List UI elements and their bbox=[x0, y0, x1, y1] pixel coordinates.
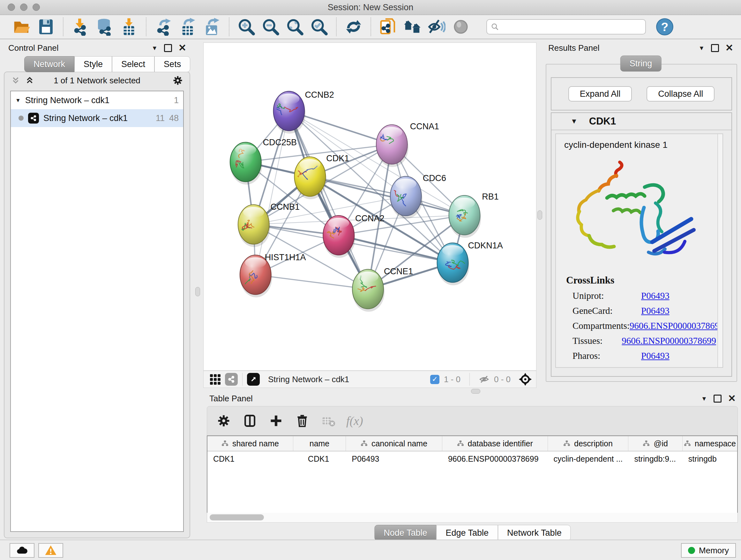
grid-view-icon[interactable] bbox=[210, 374, 220, 385]
cloud-icon[interactable] bbox=[10, 543, 35, 558]
column-header[interactable]: @id bbox=[628, 436, 682, 451]
tab-sets[interactable]: Sets bbox=[154, 56, 190, 72]
zoom-fit-icon[interactable] bbox=[284, 16, 306, 37]
toolbar-separator bbox=[336, 17, 337, 36]
import-network-database-icon[interactable] bbox=[94, 16, 115, 37]
collapse-gene-icon[interactable]: ▼ bbox=[570, 118, 578, 125]
show-columns-icon[interactable] bbox=[242, 413, 258, 429]
export-table-icon[interactable] bbox=[177, 16, 198, 37]
close-panel-icon[interactable]: ✕ bbox=[725, 43, 733, 53]
birdseye-view-icon[interactable] bbox=[518, 372, 532, 386]
add-column-icon[interactable] bbox=[268, 413, 284, 429]
network-list-header: 1 of 1 Network selected bbox=[4, 72, 190, 89]
crosslinks-section: CrossLinks Uniprot: P06493 GeneCard: P06… bbox=[566, 274, 716, 366]
column-header[interactable]: namespace bbox=[683, 436, 737, 451]
selected-checkbox-icon[interactable]: ✓ bbox=[430, 375, 440, 384]
string-results-body: Expand All Collapse All ▼ CDK1 cyclin-de… bbox=[546, 64, 737, 382]
import-network-file-icon[interactable] bbox=[70, 16, 91, 37]
inactive-view-icon[interactable] bbox=[450, 16, 471, 37]
memory-button[interactable]: Memory bbox=[681, 543, 736, 558]
left-splitter-handle[interactable] bbox=[195, 287, 200, 296]
export-image-icon[interactable] bbox=[201, 16, 222, 37]
protein-structure-image bbox=[569, 157, 703, 271]
crosslink-link[interactable]: P06493 bbox=[641, 291, 670, 301]
crosslink-label: Compartments: bbox=[566, 320, 630, 331]
crosslink-link[interactable]: 9606.ENSP00000378699 bbox=[630, 320, 723, 331]
gene-card-header[interactable]: ▼ CDK1 bbox=[551, 113, 731, 130]
home-icon[interactable] bbox=[402, 16, 423, 37]
tab-style[interactable]: Style bbox=[74, 56, 112, 72]
column-header[interactable]: description bbox=[548, 436, 629, 451]
hide-unhide-icon[interactable] bbox=[426, 16, 447, 37]
tab-node-table[interactable]: Node Table bbox=[374, 525, 436, 541]
network-graph[interactable]: CCNB2CCNA1CDC25BCDK1CDC6RB1CCNB1CCNA2CDK… bbox=[204, 43, 536, 370]
warning-icon[interactable] bbox=[38, 543, 63, 558]
export-network-icon[interactable] bbox=[153, 16, 174, 37]
tree-expand-icon[interactable]: ▼ bbox=[15, 98, 21, 103]
column-header[interactable]: database identifier bbox=[442, 436, 548, 451]
zoom-in-icon[interactable] bbox=[236, 16, 257, 37]
refresh-icon[interactable] bbox=[343, 16, 364, 37]
svg-text:?: ? bbox=[661, 20, 669, 34]
tab-edge-table[interactable]: Edge Table bbox=[436, 525, 498, 541]
app-window: Session: New Session bbox=[0, 0, 741, 560]
crosslink-link[interactable]: P06493 bbox=[641, 351, 670, 361]
float-panel-icon[interactable] bbox=[714, 395, 722, 402]
import-table-icon[interactable] bbox=[118, 16, 139, 37]
control-panel: Control Panel ▼ ✕ Network Style Select S… bbox=[3, 42, 192, 540]
crosslink-label: GeneCard: bbox=[566, 306, 641, 316]
network-canvas[interactable]: CCNB2CCNA1CDC25BCDK1CDC6RB1CCNB1CCNA2CDK… bbox=[203, 43, 536, 371]
tab-select[interactable]: Select bbox=[112, 56, 154, 72]
open-session-icon[interactable] bbox=[11, 16, 32, 37]
delete-column-trash-icon[interactable] bbox=[294, 413, 311, 429]
tab-string[interactable]: String bbox=[620, 56, 662, 71]
save-session-icon[interactable] bbox=[36, 16, 57, 37]
collapse-all-icon[interactable] bbox=[11, 76, 20, 85]
main-toolbar: ? bbox=[0, 15, 741, 39]
gene-card-body: cyclin-dependent kinase 1 bbox=[555, 133, 723, 368]
open-in-new-window-icon[interactable] bbox=[247, 373, 260, 386]
column-header[interactable]: shared name bbox=[207, 436, 293, 451]
zoom-selected-icon[interactable] bbox=[309, 16, 330, 37]
right-splitter-handle[interactable] bbox=[537, 210, 542, 220]
column-header[interactable]: canonical name bbox=[346, 436, 442, 451]
gear-icon[interactable] bbox=[172, 75, 183, 86]
network-type-icon bbox=[28, 113, 39, 124]
network-row[interactable]: String Network – cdk1 11 48 bbox=[11, 109, 183, 127]
collapse-panel-icon[interactable]: ▼ bbox=[151, 45, 158, 51]
network-share-icon[interactable] bbox=[225, 373, 238, 386]
node-count: 11 bbox=[156, 113, 165, 123]
table-settings-gear-icon[interactable] bbox=[215, 413, 232, 429]
close-panel-icon[interactable]: ✕ bbox=[179, 43, 186, 53]
cell-canonical-name: P06493 bbox=[346, 451, 442, 466]
column-header[interactable]: name bbox=[293, 436, 346, 451]
zoom-out-icon[interactable] bbox=[260, 16, 281, 37]
collapse-panel-icon[interactable]: ▼ bbox=[698, 45, 704, 51]
delete-table-icon[interactable] bbox=[320, 413, 337, 429]
expand-all-icon[interactable] bbox=[25, 76, 35, 85]
collapse-all-button[interactable]: Collapse All bbox=[647, 86, 715, 102]
float-panel-icon[interactable] bbox=[164, 44, 172, 52]
table-row[interactable]: CDK1 CDK1 P06493 9606.ENSP00000378699 cy… bbox=[207, 451, 737, 466]
table-horizontal-scrollbar[interactable] bbox=[207, 513, 738, 523]
crosslink-link[interactable]: P06493 bbox=[641, 306, 670, 316]
scrollbar-thumb[interactable] bbox=[210, 514, 264, 520]
network-collection-row[interactable]: ▼ String Network – cdk1 1 bbox=[11, 91, 183, 109]
crosslink-link[interactable]: 9606.ENSP00000378699 bbox=[622, 335, 716, 346]
svg-text:CCNE1: CCNE1 bbox=[384, 266, 413, 276]
close-panel-icon[interactable]: ✕ bbox=[728, 394, 736, 403]
share-document-icon[interactable] bbox=[378, 16, 399, 37]
help-icon[interactable]: ? bbox=[654, 16, 675, 37]
toolbar-separator bbox=[370, 17, 371, 36]
expand-all-button[interactable]: Expand All bbox=[568, 86, 632, 102]
search-input[interactable] bbox=[499, 22, 642, 32]
float-panel-icon[interactable] bbox=[711, 44, 719, 52]
results-scrollbar[interactable] bbox=[718, 134, 723, 367]
tab-network-table[interactable]: Network Table bbox=[498, 525, 571, 541]
memory-label: Memory bbox=[699, 546, 729, 556]
control-panel-tabs: Network Style Select Sets bbox=[24, 56, 190, 72]
network-tree: ▼ String Network – cdk1 1 String Network… bbox=[10, 91, 184, 532]
collapse-panel-icon[interactable]: ▼ bbox=[701, 395, 707, 401]
table-panel-header: Table Panel ▼ ✕ bbox=[204, 392, 741, 405]
tab-network[interactable]: Network bbox=[24, 56, 74, 72]
